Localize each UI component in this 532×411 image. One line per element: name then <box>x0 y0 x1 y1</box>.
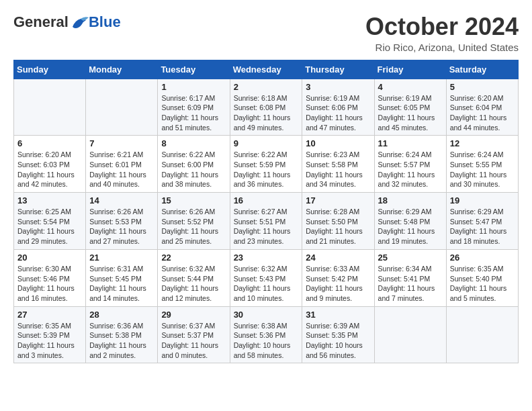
calendar-cell: 24Sunrise: 6:33 AMSunset: 5:42 PMDayligh… <box>302 249 374 306</box>
day-info: Sunrise: 6:31 AMSunset: 5:45 PMDaylight:… <box>89 264 154 304</box>
day-number: 5 <box>450 82 515 92</box>
day-info: Sunrise: 6:18 AMSunset: 6:08 PMDaylight:… <box>234 93 299 133</box>
day-info: Sunrise: 6:22 AMSunset: 5:59 PMDaylight:… <box>234 150 299 189</box>
day-info: Sunrise: 6:32 AMSunset: 5:43 PMDaylight:… <box>234 264 299 304</box>
calendar-cell: 13Sunrise: 6:25 AMSunset: 5:54 PMDayligh… <box>14 193 86 250</box>
calendar-cell: 4Sunrise: 6:19 AMSunset: 6:05 PMDaylight… <box>374 79 446 136</box>
logo-bird-icon <box>70 15 89 30</box>
title-block: October 2024 Rio Rico, Arizona, United S… <box>365 13 519 53</box>
calendar-cell: 9Sunrise: 6:22 AMSunset: 5:59 PMDaylight… <box>230 136 302 193</box>
day-info: Sunrise: 6:20 AMSunset: 6:03 PMDaylight:… <box>17 150 82 189</box>
calendar-week-row: 20Sunrise: 6:30 AMSunset: 5:46 PMDayligh… <box>14 249 519 306</box>
calendar-cell: 22Sunrise: 6:32 AMSunset: 5:44 PMDayligh… <box>158 249 230 306</box>
day-info: Sunrise: 6:17 AMSunset: 6:09 PMDaylight:… <box>161 93 226 133</box>
day-info: Sunrise: 6:34 AMSunset: 5:41 PMDaylight:… <box>378 264 443 304</box>
calendar-cell: 10Sunrise: 6:23 AMSunset: 5:58 PMDayligh… <box>302 136 374 193</box>
day-number: 14 <box>89 195 154 205</box>
day-info: Sunrise: 6:36 AMSunset: 5:38 PMDaylight:… <box>89 321 154 361</box>
weekday-header-friday: Friday <box>374 60 446 79</box>
day-number: 11 <box>378 138 443 148</box>
weekday-header-wednesday: Wednesday <box>230 60 302 79</box>
logo-blue: Blue <box>89 13 121 31</box>
day-number: 6 <box>17 138 82 148</box>
calendar-cell: 2Sunrise: 6:18 AMSunset: 6:08 PMDaylight… <box>230 79 302 136</box>
day-number: 31 <box>306 310 370 320</box>
day-number: 16 <box>234 195 299 205</box>
calendar-cell: 20Sunrise: 6:30 AMSunset: 5:46 PMDayligh… <box>14 249 86 306</box>
day-info: Sunrise: 6:26 AMSunset: 5:53 PMDaylight:… <box>89 207 154 246</box>
day-info: Sunrise: 6:33 AMSunset: 5:42 PMDaylight:… <box>306 264 370 304</box>
day-info: Sunrise: 6:30 AMSunset: 5:46 PMDaylight:… <box>17 264 82 304</box>
calendar-cell: 31Sunrise: 6:39 AMSunset: 5:35 PMDayligh… <box>302 306 374 363</box>
calendar-cell: 23Sunrise: 6:32 AMSunset: 5:43 PMDayligh… <box>230 249 302 306</box>
calendar-cell: 18Sunrise: 6:29 AMSunset: 5:48 PMDayligh… <box>374 193 446 250</box>
weekday-header-thursday: Thursday <box>302 60 374 79</box>
location: Rio Rico, Arizona, United States <box>365 42 519 53</box>
day-number: 25 <box>378 253 443 263</box>
day-number: 29 <box>161 310 226 320</box>
calendar-cell: 3Sunrise: 6:19 AMSunset: 6:06 PMDaylight… <box>302 79 374 136</box>
calendar-cell: 30Sunrise: 6:38 AMSunset: 5:36 PMDayligh… <box>230 306 302 363</box>
day-number: 30 <box>234 310 299 320</box>
calendar-cell <box>14 79 86 136</box>
month-title: October 2024 <box>365 13 519 40</box>
day-number: 4 <box>378 82 443 92</box>
day-info: Sunrise: 6:37 AMSunset: 5:37 PMDaylight:… <box>161 321 226 361</box>
day-number: 20 <box>17 253 82 263</box>
day-number: 28 <box>89 310 154 320</box>
calendar-cell: 26Sunrise: 6:35 AMSunset: 5:40 PMDayligh… <box>446 249 518 306</box>
calendar-cell <box>446 306 518 363</box>
calendar-cell: 25Sunrise: 6:34 AMSunset: 5:41 PMDayligh… <box>374 249 446 306</box>
day-number: 13 <box>17 195 82 205</box>
weekday-header-sunday: Sunday <box>14 60 86 79</box>
day-number: 10 <box>306 138 370 148</box>
calendar-cell: 21Sunrise: 6:31 AMSunset: 5:45 PMDayligh… <box>86 249 158 306</box>
day-info: Sunrise: 6:29 AMSunset: 5:47 PMDaylight:… <box>450 207 515 246</box>
calendar-week-row: 1Sunrise: 6:17 AMSunset: 6:09 PMDaylight… <box>14 79 519 136</box>
calendar-cell: 17Sunrise: 6:28 AMSunset: 5:50 PMDayligh… <box>302 193 374 250</box>
calendar-cell: 29Sunrise: 6:37 AMSunset: 5:37 PMDayligh… <box>158 306 230 363</box>
page-header: General Blue October 2024 Rio Rico, Ariz… <box>13 13 519 53</box>
weekday-header-monday: Monday <box>86 60 158 79</box>
day-info: Sunrise: 6:23 AMSunset: 5:58 PMDaylight:… <box>306 150 370 189</box>
day-number: 24 <box>306 253 370 263</box>
day-number: 7 <box>89 138 154 148</box>
day-info: Sunrise: 6:24 AMSunset: 5:55 PMDaylight:… <box>450 150 515 189</box>
day-number: 21 <box>89 253 154 263</box>
weekday-header-saturday: Saturday <box>446 60 518 79</box>
calendar-cell: 12Sunrise: 6:24 AMSunset: 5:55 PMDayligh… <box>446 136 518 193</box>
day-number: 17 <box>306 195 370 205</box>
calendar-cell: 14Sunrise: 6:26 AMSunset: 5:53 PMDayligh… <box>86 193 158 250</box>
day-info: Sunrise: 6:26 AMSunset: 5:52 PMDaylight:… <box>161 207 226 246</box>
day-number: 12 <box>450 138 515 148</box>
day-info: Sunrise: 6:21 AMSunset: 6:01 PMDaylight:… <box>89 150 154 189</box>
calendar-cell: 1Sunrise: 6:17 AMSunset: 6:09 PMDaylight… <box>158 79 230 136</box>
day-number: 8 <box>161 138 226 148</box>
calendar-cell: 6Sunrise: 6:20 AMSunset: 6:03 PMDaylight… <box>14 136 86 193</box>
calendar-cell: 16Sunrise: 6:27 AMSunset: 5:51 PMDayligh… <box>230 193 302 250</box>
day-number: 1 <box>161 82 226 92</box>
day-info: Sunrise: 6:35 AMSunset: 5:40 PMDaylight:… <box>450 264 515 304</box>
day-number: 15 <box>161 195 226 205</box>
weekday-header-row: SundayMondayTuesdayWednesdayThursdayFrid… <box>14 60 519 79</box>
day-info: Sunrise: 6:29 AMSunset: 5:48 PMDaylight:… <box>378 207 443 246</box>
calendar-cell: 19Sunrise: 6:29 AMSunset: 5:47 PMDayligh… <box>446 193 518 250</box>
day-number: 22 <box>161 253 226 263</box>
calendar-cell: 28Sunrise: 6:36 AMSunset: 5:38 PMDayligh… <box>86 306 158 363</box>
calendar-table: SundayMondayTuesdayWednesdayThursdayFrid… <box>13 60 519 364</box>
day-number: 26 <box>450 253 515 263</box>
calendar-cell: 5Sunrise: 6:20 AMSunset: 6:04 PMDaylight… <box>446 79 518 136</box>
calendar-cell: 8Sunrise: 6:22 AMSunset: 6:00 PMDaylight… <box>158 136 230 193</box>
day-info: Sunrise: 6:38 AMSunset: 5:36 PMDaylight:… <box>234 321 299 361</box>
day-number: 3 <box>306 82 370 92</box>
day-info: Sunrise: 6:39 AMSunset: 5:35 PMDaylight:… <box>306 321 370 361</box>
calendar-cell: 7Sunrise: 6:21 AMSunset: 6:01 PMDaylight… <box>86 136 158 193</box>
day-number: 9 <box>234 138 299 148</box>
day-info: Sunrise: 6:25 AMSunset: 5:54 PMDaylight:… <box>17 207 82 246</box>
logo: General Blue <box>13 13 121 31</box>
calendar-week-row: 27Sunrise: 6:35 AMSunset: 5:39 PMDayligh… <box>14 306 519 363</box>
day-number: 23 <box>234 253 299 263</box>
day-info: Sunrise: 6:32 AMSunset: 5:44 PMDaylight:… <box>161 264 226 304</box>
day-info: Sunrise: 6:24 AMSunset: 5:57 PMDaylight:… <box>378 150 443 189</box>
day-info: Sunrise: 6:19 AMSunset: 6:06 PMDaylight:… <box>306 93 370 133</box>
